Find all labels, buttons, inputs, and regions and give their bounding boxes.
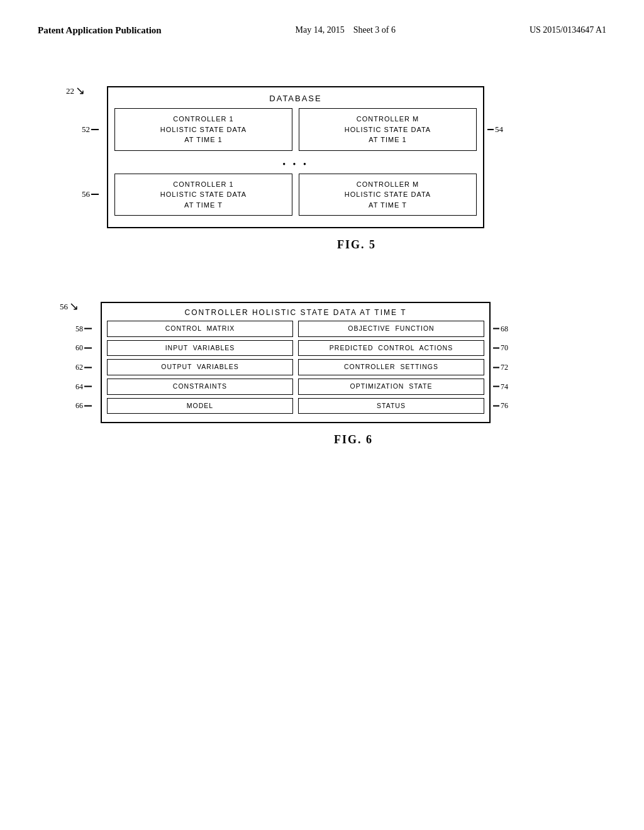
fig5-cell-controllerM-time1: CONTROLLER M HOLISTIC STATE DATA AT TIME… [299,108,477,151]
fig6-label-58: 58 [75,324,92,333]
page-header: Patent Application Publication May 14, 2… [38,25,606,36]
fig6-label-70: 70 [493,343,508,353]
header-sheet: Sheet 3 of 6 [353,25,396,35]
fig5-bottom-row: 56 CONTROLLER 1 HOLISTIC STATE DATA AT T… [114,174,477,216]
fig5-caption: FIG. 5 [107,238,606,252]
fig6-cell-predicted-control-actions: PREDICTED CONTROL ACTIONS [298,340,484,357]
fig6-row-3: 64 CONSTRAINTS OPTIMIZATION STATE 74 [107,379,484,395]
fig6-section: 56 ↘ CONTROLLER HOLISTIC STATE DATA AT T… [101,302,606,446]
fig6-label-66: 66 [75,401,92,411]
header-patent-number: US 2015/0134647 A1 [530,25,606,35]
fig6-label-72: 72 [493,363,508,372]
fig6-label-74: 74 [493,382,508,391]
fig6-cell-objective-function: OBJECTIVE FUNCTION [298,321,484,337]
fig6-row-1: 60 INPUT VARIABLES PREDICTED CONTROL ACT… [107,340,484,357]
fig6-cell-output-variables: OUTPUT VARIABLES [107,359,293,375]
header-publication-label: Patent Application Publication [38,25,162,36]
fig5-database-title: DATABASE [114,94,477,103]
fig5-label-54: 54 [487,124,503,135]
fig6-caption: FIG. 6 [101,433,606,446]
fig5-label-56: 56 [82,189,99,199]
fig5-top-row: 52 CONTROLLER 1 HOLISTIC STATE DATA AT T… [114,108,477,151]
patent-page: Patent Application Publication May 14, 2… [0,0,644,830]
fig5-section: 22 ↘ DATABASE 52 CONTROLLER 1 HOLISTIC S… [107,86,606,252]
fig5-outer-label: 22 ↘ [66,86,85,97]
fig6-outer-label: 56 ↘ [60,302,79,313]
fig6-cell-optimization-state: OPTIMIZATION STATE [298,379,484,395]
fig6-cell-constraints: CONSTRAINTS [107,379,293,395]
fig5-cell-controller1-timeT: CONTROLLER 1 HOLISTIC STATE DATA AT TIME… [114,174,292,216]
fig6-cell-input-variables: INPUT VARIABLES [107,340,293,357]
fig6-row-4: 66 MODEL STATUS 76 [107,398,484,414]
fig6-label-60: 60 [75,343,92,353]
fig6-cell-model: MODEL [107,398,293,414]
fig6-box: CONTROLLER HOLISTIC STATE DATA AT TIME T… [101,302,491,423]
fig5-database-box: DATABASE 52 CONTROLLER 1 HOLISTIC STATE … [107,86,484,228]
figures-container: 22 ↘ DATABASE 52 CONTROLLER 1 HOLISTIC S… [38,86,606,446]
fig5-cell-controllerM-timeT: CONTROLLER M HOLISTIC STATE DATA AT TIME… [299,174,477,216]
fig6-label-76: 76 [493,401,508,411]
fig6-label-68: 68 [493,324,508,333]
header-date: May 14, 2015 [296,25,345,35]
fig6-row-0: 58 CONTROL MATRIX OBJECTIVE FUNCTION 68 [107,321,484,337]
fig6-cell-control-matrix: CONTROL MATRIX [107,321,293,337]
fig5-ellipsis: • • • [114,156,477,174]
fig6-label-64: 64 [75,382,92,391]
fig6-row-2: 62 OUTPUT VARIABLES CONTROLLER SETTINGS … [107,359,484,375]
fig6-cell-controller-settings: CONTROLLER SETTINGS [298,359,484,375]
fig6-title: CONTROLLER HOLISTIC STATE DATA AT TIME T [107,308,484,317]
fig6-label-62: 62 [75,363,92,372]
fig5-cell-controller1-time1: CONTROLLER 1 HOLISTIC STATE DATA AT TIME… [114,108,292,151]
header-date-sheet: May 14, 2015 Sheet 3 of 6 [296,25,396,35]
fig6-cell-status: STATUS [298,398,484,414]
fig5-label-52: 52 [82,124,99,135]
